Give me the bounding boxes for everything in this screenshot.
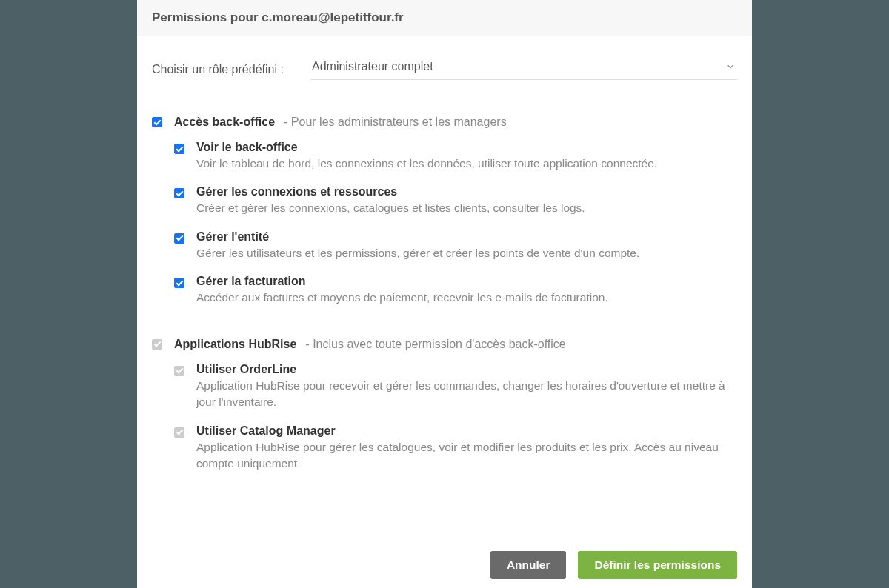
- perm-item: Voir le back-officeVoir le tableau de bo…: [174, 141, 737, 172]
- perm-content: Utiliser OrderLineApplication HubRise po…: [196, 363, 737, 411]
- role-value: Administrateur complet: [312, 60, 433, 73]
- section-title: Applications HubRise: [174, 338, 296, 351]
- modal-footer: Annuler Définir les permissions: [137, 542, 752, 588]
- section-subtitle: - Pour les administrateurs et les manage…: [284, 116, 507, 129]
- perm-checkbox[interactable]: [174, 278, 184, 288]
- perm-content: Utiliser Catalog ManagerApplication HubR…: [196, 424, 737, 472]
- submit-button[interactable]: Définir les permissions: [578, 551, 737, 579]
- perm-checkbox: [174, 427, 184, 438]
- perm-content: Gérer la facturationAccéder aux factures…: [196, 275, 608, 306]
- section-subtitle: - Inclus avec toute permission d'accès b…: [305, 338, 565, 351]
- cancel-button[interactable]: Annuler: [490, 551, 567, 579]
- perm-title: Gérer la facturation: [196, 275, 608, 288]
- perm-desc: Voir le tableau de bord, les connexions …: [196, 156, 657, 172]
- modal-title: Permissions pour c.moreau@lepetitfour.fr: [152, 10, 737, 25]
- chevron-down-icon: [725, 61, 736, 72]
- perm-title: Utiliser Catalog Manager: [196, 424, 737, 438]
- perm-checkbox[interactable]: [174, 144, 184, 154]
- perm-item: Gérer la facturationAccéder aux factures…: [174, 275, 737, 306]
- perm-item: Gérer l'entitéGérer les utilisateurs et …: [174, 230, 737, 261]
- sections-container: Accès back-office - Pour les administrat…: [152, 116, 737, 472]
- perm-checkbox: [174, 366, 184, 376]
- perm-title: Voir le back-office: [196, 141, 657, 154]
- permissions-modal: Permissions pour c.moreau@lepetitfour.fr…: [137, 0, 752, 588]
- perm-title: Utiliser OrderLine: [196, 363, 737, 376]
- perm-item: Gérer les connexions et ressourcesCréer …: [174, 185, 737, 216]
- role-row: Choisir un rôle prédéfini : Administrate…: [152, 59, 737, 80]
- perm-content: Voir le back-officeVoir le tableau de bo…: [196, 141, 657, 172]
- perm-title: Gérer les connexions et ressources: [196, 185, 585, 198]
- section-title: Accès back-office: [174, 116, 275, 129]
- perm-desc: Application HubRise pour recevoir et gér…: [196, 378, 737, 411]
- perm-desc: Créer et gérer les connexions, catalogue…: [196, 200, 585, 216]
- permission-section: Applications HubRise - Inclus avec toute…: [152, 338, 737, 472]
- perm-content: Gérer les connexions et ressourcesCréer …: [196, 185, 585, 216]
- section-checkbox[interactable]: [152, 117, 162, 127]
- section-header: Accès back-office - Pour les administrat…: [152, 116, 737, 129]
- role-label: Choisir un rôle prédéfini :: [152, 63, 310, 76]
- perm-item: Utiliser OrderLineApplication HubRise po…: [174, 363, 737, 411]
- perm-desc: Accéder aux factures et moyens de paieme…: [196, 290, 608, 306]
- section-header: Applications HubRise - Inclus avec toute…: [152, 338, 737, 351]
- perms-list: Utiliser OrderLineApplication HubRise po…: [174, 363, 737, 472]
- role-select[interactable]: Administrateur complet: [310, 59, 737, 80]
- perm-desc: Gérer les utilisateurs et les permission…: [196, 245, 639, 261]
- perm-title: Gérer l'entité: [196, 230, 639, 244]
- perm-content: Gérer l'entitéGérer les utilisateurs et …: [196, 230, 639, 261]
- modal-header: Permissions pour c.moreau@lepetitfour.fr: [137, 0, 752, 36]
- permission-section: Accès back-office - Pour les administrat…: [152, 116, 737, 307]
- perm-checkbox[interactable]: [174, 188, 184, 198]
- section-checkbox: [152, 339, 162, 350]
- perm-item: Utiliser Catalog ManagerApplication HubR…: [174, 424, 737, 472]
- perm-checkbox[interactable]: [174, 233, 184, 244]
- perms-list: Voir le back-officeVoir le tableau de bo…: [174, 141, 737, 307]
- modal-body: Choisir un rôle prédéfini : Administrate…: [137, 36, 752, 542]
- perm-desc: Application HubRise pour gérer les catal…: [196, 439, 737, 472]
